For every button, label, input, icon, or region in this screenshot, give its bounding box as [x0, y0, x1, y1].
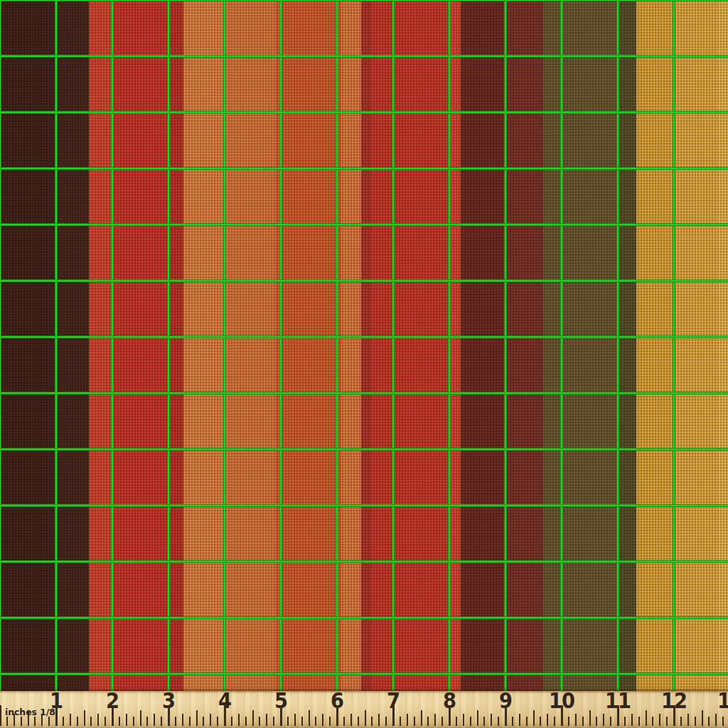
- tick-eighth: [203, 717, 204, 726]
- fabric-stripe-red-orange: [276, 0, 341, 691]
- tick-eighth: [582, 717, 584, 726]
- tick-eighth: [652, 717, 653, 726]
- tick-eighth: [77, 717, 78, 726]
- tick-inch: [336, 705, 338, 726]
- fabric-stripe-dark-red-narrow: [361, 0, 371, 691]
- tick-half-inch: [252, 710, 254, 726]
- tick-inch: [0, 705, 1, 726]
- fabric-stripe-dark-brown-1: [0, 0, 57, 691]
- tick-eighth: [6, 717, 8, 726]
- tick-eighth: [315, 717, 316, 726]
- fabric-stripe-dark-olive: [618, 0, 636, 691]
- tick-eighth: [146, 717, 148, 726]
- tick-eighth: [189, 717, 191, 726]
- tick-quarter-inch: [126, 714, 127, 726]
- tick-half-inch: [702, 710, 703, 726]
- tick-eighth: [385, 717, 387, 726]
- ruler-unit-label: inches 1/8: [5, 707, 55, 717]
- tick-quarter-inch: [603, 714, 604, 726]
- fabric-stripe-bright-red: [89, 0, 112, 691]
- tick-quarter-inch: [350, 714, 352, 726]
- fabric-stripe-bright-red-sliver: [449, 0, 461, 691]
- tick-eighth: [456, 717, 457, 726]
- tick-eighth: [638, 717, 640, 726]
- tick-eighth: [175, 717, 176, 726]
- tick-eighth: [329, 717, 331, 726]
- tick-inch: [168, 705, 170, 726]
- tick-eighth: [695, 717, 696, 726]
- tick-eighth: [273, 717, 274, 726]
- tick-half-inch: [84, 710, 85, 726]
- tick-eighth: [680, 717, 682, 726]
- fabric-stripe-dark-red: [170, 0, 183, 691]
- tick-quarter-inch: [70, 714, 71, 726]
- tick-eighth: [245, 717, 247, 726]
- tick-eighth: [441, 717, 443, 726]
- tick-eighth: [343, 717, 345, 726]
- tick-quarter-inch: [182, 714, 183, 726]
- ruler-number-13: 13: [717, 690, 728, 711]
- tick-eighth: [512, 717, 513, 726]
- tick-eighth: [287, 717, 289, 726]
- tick-quarter-inch: [266, 714, 267, 726]
- ruler: 12345678910111213 inches 1/8: [0, 691, 728, 728]
- tick-eighth: [231, 717, 232, 726]
- tick-eighth: [301, 717, 303, 726]
- tick-half-inch: [140, 710, 141, 726]
- fabric-stripe-yellow: [636, 0, 674, 691]
- fabric-stripe-light-orange: [183, 0, 228, 691]
- tick-eighth: [48, 717, 50, 726]
- tick-quarter-inch: [154, 714, 155, 726]
- tick-eighth: [596, 717, 597, 726]
- tick-eighth: [371, 717, 373, 726]
- tick-quarter-inch: [631, 714, 633, 726]
- tick-quarter-inch: [659, 714, 660, 726]
- tick-eighth: [161, 717, 162, 726]
- fabric-stripe-crimson-red: [112, 0, 170, 691]
- fabric-stripe-dark-brown-2: [57, 0, 89, 691]
- fabric-swatch-photo: 12345678910111213 inches 1/8: [0, 0, 728, 728]
- tick-quarter-inch: [378, 714, 380, 726]
- tick-eighth: [63, 717, 64, 726]
- tick-eighth: [414, 717, 415, 726]
- tick-half-inch: [589, 710, 591, 726]
- tick-eighth: [119, 717, 120, 726]
- fabric-stripe-orange: [228, 0, 276, 691]
- tick-inch: [561, 705, 563, 726]
- tick-eighth: [217, 717, 218, 726]
- tick-eighth: [554, 717, 555, 726]
- tick-half-inch: [646, 710, 647, 726]
- tick-inch: [449, 705, 451, 726]
- tick-quarter-inch: [463, 714, 464, 726]
- tick-eighth: [610, 717, 611, 726]
- tick-eighth: [498, 717, 499, 726]
- tick-inch: [617, 705, 619, 726]
- tick-half-inch: [196, 710, 198, 726]
- tick-inch: [55, 705, 58, 726]
- tick-eighth: [540, 717, 541, 726]
- tick-eighth: [90, 717, 92, 726]
- fabric-stripe-pale-orange: [341, 0, 361, 691]
- tick-eighth: [427, 717, 429, 726]
- tick-eighth: [358, 717, 359, 726]
- tick-eighth: [526, 717, 528, 726]
- fabric-stripe-maroon-brick: [505, 0, 543, 691]
- tick-eighth: [34, 717, 36, 726]
- tick-quarter-inch: [715, 714, 717, 726]
- tick-eighth: [708, 717, 710, 726]
- fabric-stripe-yellow-bright: [674, 0, 718, 691]
- tick-eighth: [400, 717, 401, 726]
- tick-inch: [224, 705, 226, 726]
- fabric-stripe-dark-maroon: [461, 0, 505, 691]
- tick-half-inch: [477, 710, 478, 726]
- tick-eighth: [568, 717, 569, 726]
- tick-half-inch: [365, 710, 366, 726]
- tick-eighth: [105, 717, 106, 726]
- tick-eighth: [21, 717, 22, 726]
- tick-inch: [505, 705, 507, 726]
- tick-half-inch: [309, 710, 310, 726]
- tick-half-inch: [421, 710, 422, 726]
- fabric-stripes: [0, 0, 728, 691]
- tick-quarter-inch: [519, 714, 520, 726]
- tick-half-inch: [533, 710, 535, 726]
